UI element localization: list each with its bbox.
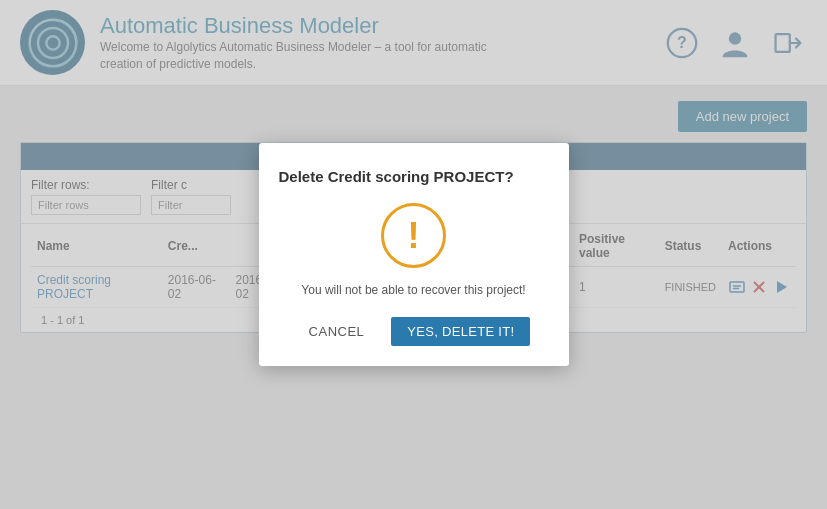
dialog-title: Delete Credit scoring PROJECT? [279,168,514,185]
warning-exclamation-icon: ! [408,218,420,254]
modal-overlay: Delete Credit scoring PROJECT? ! You wil… [0,0,827,509]
delete-confirm-dialog: Delete Credit scoring PROJECT? ! You wil… [259,143,569,366]
cancel-button[interactable]: CANCEL [297,317,377,346]
dialog-message: You will not be able to recover this pro… [301,283,525,297]
dialog-buttons: CANCEL YES, DELETE IT! [297,317,531,346]
warning-circle: ! [381,203,446,268]
delete-confirm-button[interactable]: YES, DELETE IT! [391,317,530,346]
